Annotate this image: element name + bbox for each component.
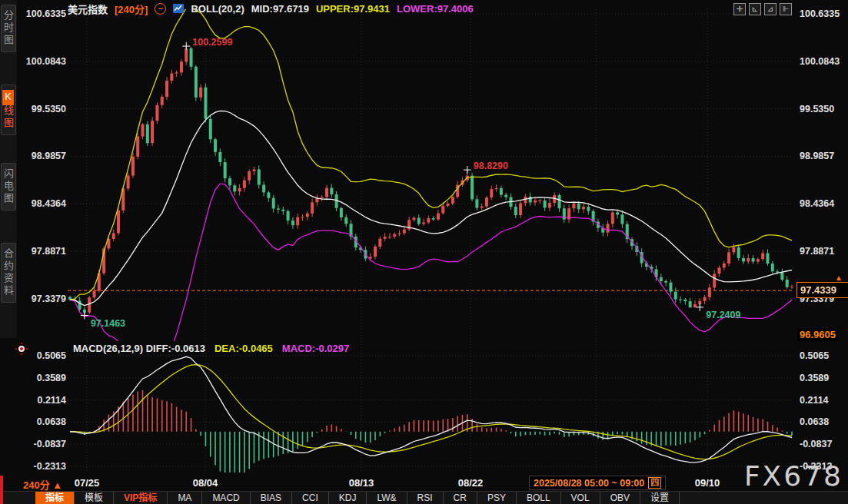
price-axis-label-right: 100.0843 [800,56,840,67]
sidebar: 分时图 K线图 闪电图 合约资料 [0,0,17,338]
boll-mid-line [70,111,792,305]
toolbar-item-settings[interactable]: 设置 [640,492,680,504]
sidebar-item-flash-chart[interactable]: 闪电图 [1,163,16,211]
y-axis-zoom-icon[interactable]: ⊾ [749,3,761,15]
price-axis-label-right: 99.5350 [800,104,834,114]
toolbar-item-obv[interactable]: OBV [600,492,640,504]
price-axis-label-right: 98.4364 [800,198,834,209]
price-axis-label-left: 98.9857 [32,151,66,161]
x-axis-date: 08/04 [193,477,218,489]
pane-low-label: 96.9605 [797,328,838,341]
macd-header: MACD(26,12,9) DIFF:-0.0613 DEA:-0.0465 M… [73,343,349,354]
boll-mid-value: MID:97.6719 [251,3,309,15]
macd-diff-line [70,356,792,463]
macd-axis-label-left: 0.3589 [37,373,66,383]
macd-axis-label-left: 0.5065 [37,350,66,361]
macd-hist-value: MACD:-0.0297 [282,343,349,354]
boll-lower-line [70,184,792,363]
indicator-toolbar: 指标模板VIP指标MAMACDBIASCCIKDJLW&RSICRPSYBOLL… [0,491,848,504]
selected-weekday: 四 [648,477,661,489]
current-price-tag: 97.4339 [796,282,848,298]
axis-reset-icon[interactable]: ⊩ [780,3,792,15]
macd-axis-label-right: -0.0837 [800,439,832,449]
price-axis-label-left: 98.4364 [32,198,66,209]
macd-axis-label-left: -0.2313 [34,461,66,472]
macd-axis-label-right: 0.2114 [800,395,829,406]
macd-axis-label-right: 0.0638 [800,416,829,427]
toolbar-item-vol[interactable]: VOL [561,492,600,504]
price-axis-label-left: 97.8871 [32,246,66,257]
x-axis-date: 08/22 [458,477,484,489]
macd-axis-label-left: 0.0638 [37,416,66,427]
toolbar-item-bias[interactable]: BIAS [251,492,292,504]
toolbar-item-psy[interactable]: PSY [477,492,517,504]
sidebar-item-time-chart[interactable]: 分时图 [1,5,16,52]
symbol-name: 美元指数 [68,2,108,16]
toolbar-item-cr[interactable]: CR [444,492,477,504]
toolbar-item-ma[interactable]: MA [168,492,202,504]
toolbar-item-cci[interactable]: CCI [292,492,329,504]
toolbar-item-lwr[interactable]: LW& [367,492,407,504]
indicator-settings-icon[interactable] [16,343,27,354]
macd-dea-value: DEA:-0.0465 [214,343,273,354]
price-axis-label-right: 97.8871 [800,246,834,257]
x-axis-date: 09/10 [695,477,720,489]
selected-candle-time-label: 2025/08/28 05:00 ~ 09:00 四 [529,476,666,490]
selected-time-range: 2025/08/28 05:00 ~ 09:00 [534,478,644,489]
extreme-price-label: 97.1463 [91,318,125,329]
x-axis-row: 240分 ▲ 07/25 08/04 08/13 08/22 09/10 202… [0,475,848,492]
period-selector[interactable]: 240分 ▲ [23,477,62,492]
left-edge-marker [0,476,3,504]
toolbar-item-templates[interactable]: 模板 [75,492,114,504]
toolbar-item-boll[interactable]: BOLL [517,492,561,504]
toolbar-item-kdj[interactable]: KDJ [329,492,367,504]
macd-axis-label-left: 0.2114 [37,395,66,406]
price-axis-label-right: 100.6335 [800,8,840,19]
chart-header: 美元指数 [240分] − BOLL(20,2) MID:97.6719 UPP… [68,2,474,15]
price-axis-label-left: 99.5350 [32,104,66,114]
extreme-price-label: 97.2409 [706,310,740,320]
macd-axis-label-right: 0.3589 [800,373,829,383]
boll-upper-value: UPPER:97.9431 [316,3,390,15]
sidebar-item-kline-chart[interactable]: K线图 [1,85,16,135]
toolbar-item-macd[interactable]: MACD [202,492,250,504]
period-tag: [240分] [115,2,148,16]
boll-upper-line [70,6,792,299]
macd-dea-line [70,365,792,459]
boll-lower-value: LOWER:97.4006 [397,3,474,15]
x-axis-date: 07/25 [75,477,100,489]
chart-tool-icons: ✛ ⊾ ⊿ ⊩ [733,3,792,15]
line-chart-icon [173,4,184,13]
macd-axis-label-right: 0.5065 [800,350,829,361]
toolbar-item-indicators[interactable]: 指标 [35,492,75,504]
x-axis-date: 08/13 [349,477,374,489]
sidebar-kline-label: 线图 [2,105,14,130]
price-axis-label-right: 98.9857 [800,151,834,161]
chart-canvas[interactable]: 100.6335100.6335100.0843100.084399.53509… [0,0,848,504]
price-axis-label-left: 97.3379 [32,293,66,304]
grid-layer [68,9,793,472]
sidebar-kline-active-marker: K [2,90,14,105]
extreme-price-label: 98.8290 [474,161,508,171]
toolbar-item-vip-indicators[interactable]: VIP指标 [114,492,168,504]
toolbar-item-rsi[interactable]: RSI [407,492,444,504]
price-arrow-icon: ▲ [835,274,843,282]
collapse-icon[interactable]: − [155,3,166,15]
candlestick-series [68,46,793,315]
extreme-price-label: 100.2599 [192,37,232,48]
annotation-layer: 97.1463100.259998.829097.2409 [81,37,741,328]
price-axis-label-left: 100.6335 [26,8,66,19]
macd-diff-value: MACD(26,12,9) DIFF:-0.0613 [73,343,205,354]
price-axis-label-left: 100.0843 [26,56,66,67]
boll-param-label: BOLL(20,2) [191,3,244,15]
sidebar-item-contract-info[interactable]: 合约资料 [1,243,16,303]
crosshair-move-icon[interactable]: ✛ [733,3,746,15]
x-axis-zoom-icon[interactable]: ⊿ [764,3,777,15]
trading-terminal: 100.6335100.6335100.0843100.084399.53509… [0,0,848,504]
macd-axis-label-left: -0.0837 [34,439,66,449]
macd-histogram [70,390,792,482]
